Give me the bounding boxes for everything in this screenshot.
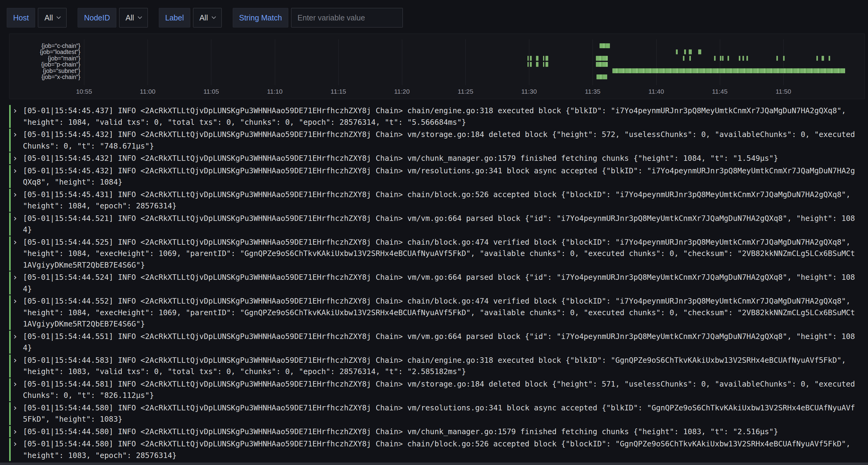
timeline-plot[interactable] (83, 38, 862, 85)
timeline-segment[interactable] (822, 56, 824, 61)
timeline-segment[interactable] (546, 56, 548, 61)
log-row[interactable]: ›[05-01|15:54:44.580] INFO <2AcRkXTLLtQj… (9, 426, 861, 437)
series-label: {job="loadtest"} (9, 49, 80, 55)
expand-chevron-icon[interactable]: › (11, 426, 23, 437)
x-axis-tick-label: 11:20 (394, 88, 409, 95)
timeline-segment[interactable] (739, 56, 740, 61)
chevron-down-icon (138, 14, 142, 19)
timeline-segment[interactable] (689, 56, 691, 61)
timeline-segment[interactable] (546, 62, 548, 67)
timeline-segment[interactable] (676, 49, 678, 54)
timeline-segment[interactable] (599, 43, 610, 48)
timeline-segment[interactable] (536, 62, 538, 67)
x-axis-tick-label: 11:05 (204, 88, 219, 95)
log-row[interactable]: ›[05-01|15:54:45.432] INFO <2AcRkXTLLtQj… (9, 153, 861, 164)
expand-chevron-icon[interactable]: › (11, 378, 23, 390)
expand-chevron-icon[interactable]: › (11, 355, 23, 366)
timeline-segment[interactable] (742, 56, 744, 61)
timeline-segment[interactable] (530, 56, 531, 61)
timeline-segment[interactable] (536, 56, 538, 61)
variable-group-nodeid: NodeIDAll (78, 8, 148, 28)
timeline-row (83, 49, 862, 54)
timeline-segment[interactable] (543, 62, 544, 67)
timeline-segment[interactable] (720, 56, 721, 61)
expand-chevron-icon[interactable]: › (11, 189, 23, 200)
timeline-segment[interactable] (727, 56, 729, 61)
variable-label-nodeid: NodeID (78, 8, 116, 28)
timeline-segment[interactable] (683, 56, 684, 61)
variable-dropdown-label[interactable]: All (193, 8, 222, 28)
expand-chevron-icon[interactable]: › (11, 105, 23, 117)
timeline-segment[interactable] (722, 56, 723, 61)
log-text: [05-01|15:54:44.581] INFO <2AcRkXTLLtQjv… (23, 378, 858, 401)
variable-controls: HostAllNodeIDAllLabelAll (7, 8, 222, 28)
log-row[interactable]: ›[05-01|15:54:45.431] INFO <2AcRkXTLLtQj… (9, 189, 861, 212)
timeline-segment[interactable] (543, 56, 544, 61)
log-row[interactable]: ›[05-01|15:54:44.524] INFO <2AcRkXTLLtQj… (9, 271, 861, 294)
expand-chevron-icon[interactable]: › (11, 213, 23, 224)
log-text: [05-01|15:54:44.521] INFO <2AcRkXTLLtQjv… (23, 213, 858, 236)
timeline-segment[interactable] (596, 74, 607, 79)
expand-chevron-icon[interactable]: › (11, 331, 23, 342)
timeline-segment[interactable] (527, 62, 529, 67)
expand-chevron-icon[interactable]: › (11, 129, 23, 140)
log-text: [05-01|15:54:45.432] INFO <2AcRkXTLLtQjv… (23, 129, 858, 152)
log-text: [05-01|15:54:44.580] INFO <2AcRkXTLLtQjv… (23, 438, 858, 461)
expand-chevron-icon[interactable]: › (11, 153, 23, 164)
variable-value-label: All (199, 13, 208, 22)
timeline-segment[interactable] (746, 56, 748, 61)
x-axis-tick-label: 10:55 (76, 88, 92, 95)
log-row[interactable]: ›[05-01|15:54:45.432] INFO <2AcRkXTLLtQj… (9, 129, 861, 152)
log-rows: ›[05-01|15:54:45.437] INFO <2AcRkXTLLtQj… (0, 105, 868, 461)
timeline-segment[interactable] (714, 56, 716, 61)
series-label: {job="main"} (9, 55, 80, 61)
timeline-segment[interactable] (829, 56, 830, 61)
timeline-segment[interactable] (698, 49, 701, 54)
timeline-segment[interactable] (684, 49, 686, 54)
series-label: {job="subnet"} (9, 68, 80, 74)
x-axis-tick-label: 11:45 (712, 88, 727, 95)
timeline-rows (83, 43, 862, 80)
x-axis-tick-label: 11:00 (140, 88, 155, 95)
variable-value-host: All (44, 13, 53, 22)
expand-chevron-icon[interactable]: › (11, 438, 23, 450)
log-row[interactable]: ›[05-01|15:54:44.581] INFO <2AcRkXTLLtQj… (9, 378, 861, 401)
timeline-segment[interactable] (612, 68, 845, 73)
timeline-segment[interactable] (527, 56, 529, 61)
log-row[interactable]: ›[05-01|15:54:44.580] INFO <2AcRkXTLLtQj… (9, 438, 861, 461)
x-axis-tick-label: 11:40 (648, 88, 664, 95)
variable-label-host: Host (7, 8, 35, 28)
series-label: {job="p-chain"} (9, 61, 80, 67)
variable-dropdown-nodeid[interactable]: All (119, 8, 148, 28)
timeline-segment[interactable] (689, 49, 692, 54)
timeline-segment[interactable] (783, 56, 785, 61)
log-row[interactable]: ›[05-01|15:54:44.552] INFO <2AcRkXTLLtQj… (9, 295, 861, 330)
x-axis-tick-label: 11:15 (331, 88, 346, 95)
horizontal-scrollbar[interactable] (0, 463, 868, 465)
timeline-segment[interactable] (596, 62, 608, 67)
timeline-row (83, 43, 862, 48)
expand-chevron-icon[interactable]: › (11, 295, 23, 307)
log-row[interactable]: ›[05-01|15:54:44.580] INFO <2AcRkXTLLtQj… (9, 402, 861, 425)
log-row[interactable]: ›[05-01|15:54:44.551] INFO <2AcRkXTLLtQj… (9, 331, 861, 354)
expand-chevron-icon[interactable]: › (11, 402, 23, 414)
log-row[interactable]: ›[05-01|15:54:45.432] INFO <2AcRkXTLLtQj… (9, 165, 861, 188)
expand-chevron-icon[interactable]: › (11, 271, 23, 283)
timeline-segment[interactable] (530, 62, 531, 67)
expand-chevron-icon[interactable]: › (11, 165, 23, 177)
log-text: [05-01|15:54:45.432] INFO <2AcRkXTLLtQjv… (23, 165, 858, 188)
log-text: [05-01|15:54:45.437] INFO <2AcRkXTLLtQjv… (23, 105, 858, 128)
timeline-segment[interactable] (776, 56, 778, 61)
variable-dropdown-host[interactable]: All (38, 8, 67, 28)
variable-toolbar: HostAllNodeIDAllLabelAll String Match (0, 0, 868, 28)
timeline-segment[interactable] (596, 56, 608, 61)
timeline-segment[interactable] (816, 56, 818, 61)
string-match-input[interactable] (291, 8, 403, 28)
log-row[interactable]: ›[05-01|15:54:44.583] INFO <2AcRkXTLLtQj… (9, 355, 861, 377)
log-row[interactable]: ›[05-01|15:54:44.525] INFO <2AcRkXTLLtQj… (9, 236, 861, 271)
series-label: {job="x-chain"} (9, 74, 80, 80)
log-text: [05-01|15:54:44.552] INFO <2AcRkXTLLtQjv… (23, 295, 858, 330)
expand-chevron-icon[interactable]: › (11, 236, 23, 248)
log-row[interactable]: ›[05-01|15:54:45.437] INFO <2AcRkXTLLtQj… (9, 105, 861, 128)
log-row[interactable]: ›[05-01|15:54:44.521] INFO <2AcRkXTLLtQj… (9, 213, 861, 236)
